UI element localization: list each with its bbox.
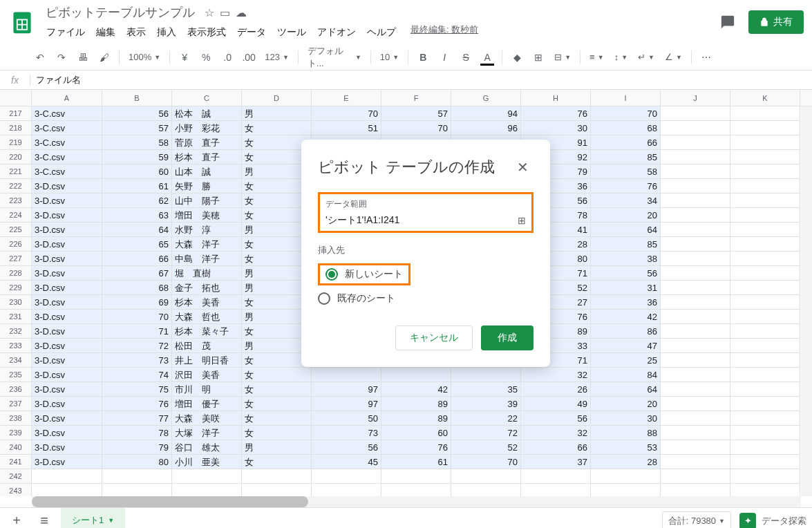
cell[interactable] [661, 455, 730, 469]
cell[interactable]: 3-D.csv [32, 266, 102, 281]
select-range-icon[interactable]: ⊞ [518, 215, 526, 226]
rotate-button[interactable]: ∠▼ [661, 48, 686, 67]
cell[interactable] [661, 324, 730, 339]
cell[interactable] [730, 324, 800, 339]
cell[interactable] [661, 208, 730, 223]
cell[interactable]: 96 [451, 121, 521, 135]
cell[interactable]: 73 [312, 426, 381, 440]
cell[interactable] [32, 484, 102, 496]
cell[interactable]: 3-D.csv [32, 310, 102, 324]
cell[interactable] [591, 484, 661, 496]
cell[interactable]: 74 [102, 368, 172, 382]
cell[interactable] [730, 295, 800, 310]
cell[interactable]: 3-D.csv [32, 411, 102, 426]
comments-icon[interactable] [715, 10, 740, 35]
cell[interactable] [102, 484, 172, 496]
cell[interactable] [661, 484, 730, 496]
cloud-icon[interactable]: ☁ [236, 6, 247, 19]
cell[interactable]: 堀 直樹 [172, 266, 242, 281]
col-header-G[interactable]: G [451, 90, 521, 106]
cell[interactable] [661, 310, 730, 324]
cell[interactable]: 3-C.csv [32, 150, 102, 164]
number-format-dropdown[interactable]: 123▼ [261, 48, 293, 67]
zoom-dropdown[interactable]: 100%▼ [124, 48, 164, 67]
cell[interactable] [730, 194, 800, 208]
cell[interactable]: 井上 明日香 [172, 353, 242, 368]
cell[interactable]: 42 [591, 310, 661, 324]
row-header[interactable]: 233 [0, 339, 31, 353]
cell[interactable] [661, 164, 730, 179]
cell[interactable]: 60 [381, 426, 451, 440]
cell[interactable]: 75 [102, 382, 172, 397]
cell[interactable]: 松田 茂 [172, 339, 242, 353]
cell[interactable] [730, 353, 800, 368]
cell[interactable]: 男 [242, 106, 312, 121]
row-header[interactable]: 238 [0, 411, 31, 426]
new-sheet-radio[interactable]: 新しいシート [325, 268, 403, 281]
cell[interactable]: 97 [312, 397, 381, 411]
cell[interactable]: 76 [591, 179, 661, 194]
cell[interactable]: 松本 誠 [172, 106, 242, 121]
cell[interactable] [661, 339, 730, 353]
cell[interactable]: 3-D.csv [32, 382, 102, 397]
cell[interactable]: 67 [102, 266, 172, 281]
cell[interactable]: 3-C.csv [32, 106, 102, 121]
row-header[interactable]: 220 [0, 150, 31, 164]
sheets-logo[interactable] [8, 8, 36, 36]
merge-button[interactable]: ⊟▼ [550, 48, 575, 67]
font-dropdown[interactable]: デフォルト...▼ [303, 48, 366, 67]
cell[interactable] [730, 150, 800, 164]
v-align-button[interactable]: ↕▼ [610, 48, 632, 67]
cell[interactable]: 3-D.csv [32, 281, 102, 295]
cell[interactable]: 64 [591, 382, 661, 397]
cell[interactable]: 71 [102, 324, 172, 339]
col-header-E[interactable]: E [312, 90, 381, 106]
cell[interactable]: 女 [242, 121, 312, 135]
cell[interactable]: 37 [521, 455, 591, 469]
cell[interactable]: 谷口 雄太 [172, 440, 242, 455]
menu-データ[interactable]: データ [232, 23, 271, 41]
cell[interactable]: 30 [591, 411, 661, 426]
cell[interactable]: 大塚 洋子 [172, 426, 242, 440]
row-header[interactable]: 231 [0, 310, 31, 324]
cell[interactable]: 97 [312, 382, 381, 397]
row-header[interactable]: 224 [0, 208, 31, 223]
cell[interactable]: 22 [451, 411, 521, 426]
cell[interactable] [661, 353, 730, 368]
row-header[interactable]: 218 [0, 121, 31, 135]
cell[interactable]: 矢野 勝 [172, 179, 242, 194]
italic-button[interactable]: I [435, 48, 454, 67]
cell[interactable]: 31 [591, 281, 661, 295]
col-header-I[interactable]: I [591, 90, 661, 106]
cell[interactable]: 男 [242, 440, 312, 455]
cell[interactable]: 水野 淳 [172, 223, 242, 237]
cell[interactable]: 3-D.csv [32, 353, 102, 368]
cell[interactable]: 45 [312, 455, 381, 469]
cell[interactable]: 88 [591, 426, 661, 440]
row-header[interactable]: 242 [0, 469, 31, 484]
cell[interactable] [730, 411, 800, 426]
cell[interactable]: 68 [102, 281, 172, 295]
cell[interactable] [521, 469, 591, 484]
row-header[interactable]: 223 [0, 194, 31, 208]
print-button[interactable]: 🖶 [73, 48, 93, 67]
undo-button[interactable]: ↶ [30, 48, 50, 67]
strikethrough-button[interactable]: S [456, 48, 475, 67]
cell[interactable]: 53 [591, 440, 661, 455]
cell[interactable] [451, 368, 521, 382]
cell[interactable]: 女 [242, 426, 312, 440]
cell[interactable] [730, 281, 800, 295]
cell[interactable] [661, 382, 730, 397]
cell[interactable] [730, 339, 800, 353]
cell[interactable]: 3-D.csv [32, 397, 102, 411]
cell[interactable]: 65 [102, 237, 172, 252]
cell[interactable] [661, 150, 730, 164]
paint-format-button[interactable]: 🖌 [95, 48, 114, 67]
cell[interactable] [661, 121, 730, 135]
wrap-button[interactable]: ↵▼ [634, 48, 659, 67]
cell[interactable] [661, 266, 730, 281]
cell[interactable] [730, 223, 800, 237]
cell[interactable] [661, 397, 730, 411]
cell[interactable] [730, 484, 800, 496]
cell[interactable]: 66 [591, 135, 661, 150]
